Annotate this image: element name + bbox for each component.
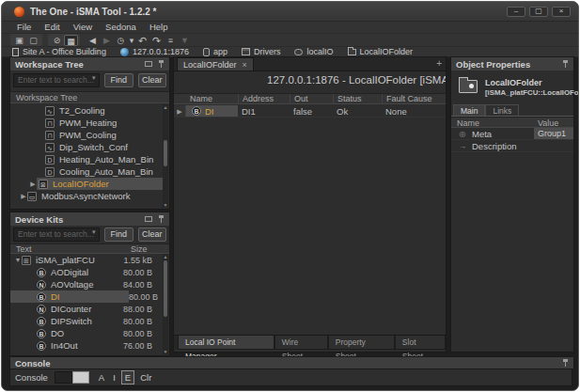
- tree-item-heating-auto-man-bin[interactable]: D Heating_Auto_Man_Bin: [10, 153, 163, 165]
- redo-icon[interactable]: ↷: [149, 35, 164, 46]
- scroll-up-icon[interactable]: ▲: [163, 104, 168, 110]
- device-kits-scrollbar[interactable]: ▲ ▼: [163, 254, 168, 354]
- kit-row-di[interactable]: B DI: [10, 290, 129, 303]
- tree-item-dip-switch-conf[interactable]: ∿ Dip_Switch_Conf: [10, 141, 163, 153]
- breadcrumb-drivers[interactable]: Drivers: [242, 47, 281, 56]
- tree-item-t2-cooling[interactable]: ∿ T2_Cooling: [10, 104, 163, 117]
- scroll-down-icon[interactable]: ▼: [163, 202, 168, 208]
- column-status[interactable]: Status: [333, 94, 382, 103]
- breadcrumb-device[interactable]: 127.0.0.1:1876: [120, 47, 189, 56]
- tab-wire-sheet[interactable]: Wire Sheet: [274, 336, 328, 350]
- workspace-tree-scrollbar[interactable]: ▲ ▼: [163, 104, 168, 208]
- chevron-down-icon[interactable]: ▼: [14, 257, 22, 263]
- scroll-down-icon[interactable]: ▼: [163, 349, 168, 354]
- column-name[interactable]: Name: [186, 94, 238, 103]
- console-input[interactable]: [55, 371, 72, 384]
- filter-error-button[interactable]: E: [121, 370, 134, 384]
- filter-all-button[interactable]: A: [96, 371, 107, 384]
- column-value[interactable]: Value: [538, 118, 558, 128]
- kit-row-aovoltage[interactable]: N AOVoltage 84.00 B: [10, 278, 163, 290]
- back-icon[interactable]: ◀: [86, 35, 100, 46]
- breadcrumb-localiofolder[interactable]: LocalIOFolder: [348, 47, 414, 56]
- minimize-button[interactable]: –: [507, 7, 525, 17]
- menu-sedona[interactable]: Sedona: [99, 22, 143, 33]
- column-address[interactable]: Address: [238, 94, 290, 103]
- tree-item-pwm-heating[interactable]: ⊓ PWM_Heating: [10, 117, 163, 129]
- breadcrumb-site[interactable]: Site A - Office Building: [12, 47, 106, 56]
- workspace-tree-column-header[interactable]: Workspace Tree: [10, 91, 169, 103]
- menu-file[interactable]: File: [10, 22, 38, 33]
- forward-icon[interactable]: ▶: [100, 35, 114, 46]
- breadcrumb-label: localIO: [306, 47, 333, 56]
- kit-row-dipswitch[interactable]: B DIPSwitch 80.00 B: [10, 315, 163, 327]
- view-tab-bar: Local IO Point Manager Wire Sheet Proper…: [174, 335, 446, 350]
- breadcrumb-localio[interactable]: localIO: [294, 47, 333, 56]
- undo-icon[interactable]: ↶: [135, 35, 149, 46]
- tab-localiofolder[interactable]: LocalIOFolder ×: [177, 57, 254, 71]
- save-icon[interactable]: ▼: [178, 35, 192, 46]
- clear-button[interactable]: Clear: [138, 73, 167, 87]
- menu-view[interactable]: View: [67, 22, 99, 33]
- chevron-down-icon[interactable]: ▾: [92, 74, 96, 82]
- scroll-up-icon[interactable]: ▲: [163, 254, 168, 259]
- property-value[interactable]: Group1: [534, 128, 573, 139]
- tree-item-modbusasyncnetwork[interactable]: ▶ ▭ ModbusAsyncNetwork: [10, 190, 163, 202]
- property-value[interactable]: [534, 140, 573, 151]
- event-log-icon[interactable]: ≡: [164, 35, 178, 46]
- tab-property-sheet[interactable]: Property Sheet: [328, 336, 395, 350]
- console-clear-button[interactable]: Clr: [137, 371, 154, 384]
- maximize-button[interactable]: ▢: [529, 7, 548, 17]
- device-kits-column-header[interactable]: Text Size: [10, 243, 169, 254]
- float-panel-icon[interactable]: [145, 216, 152, 222]
- chevron-right-icon[interactable]: ▶: [20, 193, 27, 200]
- tree-item-cooling-auto-man-bin[interactable]: D Cooling_Auto_Man_Bin: [10, 165, 163, 178]
- history-dropdown-icon[interactable]: ▾: [128, 35, 135, 46]
- tab-local-io-point-manager[interactable]: Local IO Point Manager: [178, 336, 274, 350]
- find-button[interactable]: Find: [104, 73, 133, 87]
- breadcrumb-app[interactable]: app: [203, 47, 227, 56]
- toggle-workspace-panel-icon[interactable]: ▣: [12, 35, 26, 46]
- close-button[interactable]: ×: [552, 7, 571, 17]
- scrollbar-thumb[interactable]: [164, 260, 167, 317]
- tab-slot-sheet[interactable]: Slot Sheet: [395, 336, 446, 350]
- tab-main[interactable]: Main: [453, 104, 485, 116]
- chevron-right-icon[interactable]: ▶: [29, 180, 37, 188]
- tab-links[interactable]: Links: [485, 104, 519, 116]
- property-row-meta[interactable]: ◎ Meta Group1: [451, 128, 573, 140]
- device-kits-search-input[interactable]: Enter text to search...: [13, 227, 100, 242]
- scrollbar-thumb[interactable]: [164, 140, 167, 166]
- pin-icon[interactable]: [562, 60, 569, 68]
- kit-row-dicounter[interactable]: N DICounter 88.00 B: [10, 303, 163, 315]
- add-tab-icon[interactable]: +: [436, 58, 442, 69]
- kit-row-aodigital[interactable]: B AODigital 80.00 B: [10, 266, 163, 278]
- point-row-di[interactable]: ▶ B DI DI1 false Ok None: [174, 105, 446, 118]
- tree-item-pwm-cooling[interactable]: ⊓ PWM_Cooling: [10, 129, 163, 141]
- history-icon[interactable]: ◷: [114, 35, 128, 46]
- kit-row-in4out[interactable]: B In4Out 76.00 B: [10, 339, 163, 352]
- pin-icon[interactable]: [158, 60, 165, 68]
- float-panel-icon[interactable]: [145, 61, 152, 67]
- close-tab-icon[interactable]: ×: [243, 58, 247, 71]
- chevron-down-icon[interactable]: ▾: [92, 228, 96, 236]
- find-button[interactable]: Find: [104, 227, 133, 242]
- pin-icon[interactable]: [562, 359, 569, 367]
- menu-edit[interactable]: Edit: [38, 22, 66, 33]
- column-fault-cause[interactable]: Fault Cause: [382, 94, 446, 103]
- column-out[interactable]: Out: [290, 94, 333, 103]
- console-run-button[interactable]: [72, 371, 89, 384]
- pin-icon[interactable]: [158, 215, 165, 223]
- menu-help[interactable]: Help: [143, 22, 175, 33]
- kit-row-do[interactable]: B DO 80.00 B: [10, 327, 163, 339]
- title-bar[interactable]: The One - iSMA Tool - 1.2.2 * – ▢ ×: [2, 2, 578, 22]
- connect-icon[interactable]: ▦: [64, 35, 78, 46]
- toggle-properties-panel-icon[interactable]: ▢: [26, 35, 40, 46]
- disconnect-icon[interactable]: ⊘: [50, 35, 64, 46]
- clear-button[interactable]: Clear: [138, 227, 167, 242]
- property-row-description[interactable]: → Description: [451, 140, 573, 152]
- kit-row-isma-platfcu[interactable]: ▼ ⊞ iSMA_platFCU 1.55 kB: [10, 254, 163, 266]
- kit-row-label: DI: [51, 291, 60, 302]
- workspace-search-input[interactable]: Enter text to search...: [13, 73, 100, 87]
- tree-item-localiofolder[interactable]: ▶ ⊠ LocalIOFolder: [10, 178, 163, 190]
- filter-info-button[interactable]: I: [110, 371, 118, 384]
- column-name[interactable]: Name: [457, 118, 479, 128]
